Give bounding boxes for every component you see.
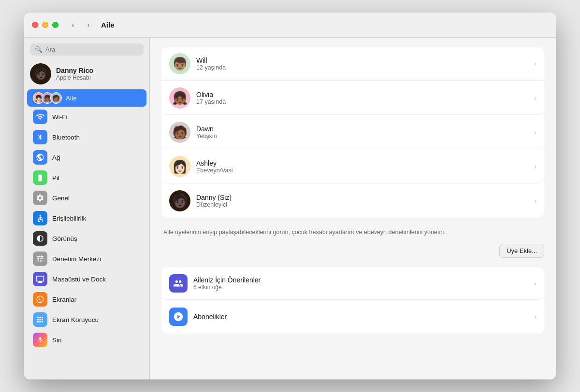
sidebar-item-siri-label: Siri <box>52 336 62 344</box>
add-button-row: Üye Ekle... <box>161 244 544 258</box>
accessibility-icon <box>33 211 47 225</box>
avatar-ashley: 👩🏻 <box>169 156 190 177</box>
sidebar-item-screensaver-label: Ekran Koruyucu <box>52 316 99 323</box>
user-info: Danny Rico Apple Hesabı <box>56 67 93 81</box>
wifi-icon <box>33 110 47 124</box>
sidebar-item-accessibility-label: Erişilebilirlik <box>52 215 87 222</box>
member-name-danny: Danny (Siz) <box>196 194 534 201</box>
feature-card-recommendations[interactable]: Aileniz İçin Önerilenler 6 etkin öğe › <box>161 267 544 300</box>
sidebar-item-bluetooth[interactable]: Bluetooth <box>27 127 146 147</box>
member-name-dawn: Dawn <box>196 125 534 133</box>
nav-buttons: ‹ › <box>66 18 95 32</box>
member-name-olivia: Olivia <box>196 91 534 98</box>
content-area: 🔍 🧑🏿 Danny Rico Apple Hesabı 👧🏻 👧🏾 <box>24 38 556 379</box>
user-profile[interactable]: 🧑🏿 Danny Rico Apple Hesabı <box>24 59 149 89</box>
member-role-ashley: Ebeveyn/Vasi <box>196 167 534 174</box>
displays-icon <box>33 292 47 307</box>
features-group: Aileniz İçin Önerilenler 6 etkin öğe › A… <box>161 267 544 334</box>
search-input[interactable] <box>45 46 139 53</box>
chevron-icon-subscriptions: › <box>534 313 536 321</box>
chevron-icon-danny: › <box>534 197 536 205</box>
sidebar-item-battery-label: Pil <box>52 174 59 182</box>
window-title: Aile <box>101 21 115 29</box>
feature-card-subscriptions[interactable]: Abonelikler › <box>161 301 544 333</box>
general-icon <box>33 191 47 205</box>
chevron-icon-ashley: › <box>534 163 536 170</box>
sidebar-item-network-label: Ağ <box>52 154 60 161</box>
sidebar-item-accessibility[interactable]: Erişilebilirlik <box>27 208 146 228</box>
member-name-will: Will <box>196 56 534 64</box>
sidebar-item-wifi[interactable]: Wi-Fi <box>27 107 146 127</box>
back-button[interactable]: ‹ <box>66 18 80 32</box>
member-name-ashley: Ashley <box>196 159 534 167</box>
sidebar-item-desktop[interactable]: Masaüstü ve Dock <box>27 269 146 289</box>
sidebar: 🔍 🧑🏿 Danny Rico Apple Hesabı 👧🏻 👧🏾 <box>24 38 150 379</box>
main-content: 👦🏽 Will 12 yaşında › 👧🏾 Olivia 17 yaşınd… <box>150 38 556 379</box>
feature-info-recommendations: Aileniz İçin Önerilenler 6 etkin öğe <box>193 276 534 291</box>
main-window: ‹ › Aile 🔍 🧑🏿 Danny Rico Apple Hesabı <box>24 13 556 379</box>
minimize-button[interactable] <box>42 22 48 28</box>
battery-icon <box>33 170 47 185</box>
feature-subtitle-recommendations: 6 etkin öğe <box>193 284 534 291</box>
forward-button[interactable]: › <box>82 18 95 32</box>
control-icon <box>33 252 47 266</box>
screensaver-icon <box>33 312 47 327</box>
member-info-ashley: Ashley Ebeveyn/Vasi <box>196 159 534 174</box>
chevron-icon-olivia: › <box>534 94 536 102</box>
avatar-will: 👦🏽 <box>169 53 190 74</box>
sidebar-item-control[interactable]: Denetim Merkezi <box>27 249 146 269</box>
search-icon: 🔍 <box>35 46 43 53</box>
bluetooth-icon <box>33 130 47 144</box>
avatar-olivia: 👧🏾 <box>169 87 190 109</box>
sidebar-item-bluetooth-label: Bluetooth <box>52 134 80 141</box>
sidebar-item-displays-label: Ekranlar <box>52 296 76 303</box>
member-role-will: 12 yaşında <box>196 64 534 71</box>
subscriptions-icon <box>169 308 188 326</box>
member-card-danny[interactable]: 🧑🏿 Danny (Siz) Düzenleyici › <box>161 184 544 217</box>
sidebar-item-network[interactable]: Ağ <box>27 147 146 168</box>
member-card-ashley[interactable]: 👩🏻 Ashley Ebeveyn/Vasi › <box>161 150 544 183</box>
svg-point-0 <box>40 215 41 216</box>
sidebar-item-appearance[interactable]: Görünüş <box>27 228 146 249</box>
member-card-olivia[interactable]: 👧🏾 Olivia 17 yaşında › <box>161 82 544 115</box>
traffic-lights <box>32 22 58 28</box>
sidebar-item-control-label: Denetim Merkezi <box>52 255 101 263</box>
member-info-will: Will 12 yaşında <box>196 56 534 71</box>
chevron-icon-will: › <box>534 60 536 68</box>
info-text: Aile üyelerinin erişip paylaşabilecekler… <box>161 223 544 244</box>
network-icon <box>33 150 47 165</box>
member-card-will[interactable]: 👦🏽 Will 12 yaşında › <box>161 47 544 81</box>
sidebar-item-wifi-label: Wi-Fi <box>52 113 67 121</box>
sidebar-item-desktop-label: Masaüstü ve Dock <box>52 276 106 283</box>
feature-title-subscriptions: Abonelikler <box>193 313 534 321</box>
user-subtitle: Apple Hesabı <box>56 74 93 81</box>
sidebar-item-aile-label: Aile <box>66 95 77 102</box>
sidebar-item-general[interactable]: Genel <box>27 188 146 208</box>
avatar-danny: 🧑🏿 <box>169 190 190 211</box>
chevron-icon-dawn: › <box>534 128 536 136</box>
member-role-dawn: Yetişkin <box>196 133 534 140</box>
sidebar-item-general-label: Genel <box>52 195 70 202</box>
member-info-dawn: Dawn Yetişkin <box>196 125 534 140</box>
sidebar-item-appearance-label: Görünüş <box>52 235 77 242</box>
feature-title-recommendations: Aileniz İçin Önerilenler <box>193 276 534 284</box>
member-role-danny: Düzenleyici <box>196 201 534 208</box>
close-button[interactable] <box>32 22 38 28</box>
sidebar-item-displays[interactable]: Ekranlar <box>27 289 146 309</box>
recommendations-icon <box>169 274 188 293</box>
titlebar: ‹ › Aile <box>24 13 556 38</box>
feature-info-subscriptions: Abonelikler <box>193 313 534 321</box>
sidebar-item-aile[interactable]: 👧🏻 👧🏾 🧑🏾 Aile <box>27 89 146 107</box>
sidebar-item-battery[interactable]: Pil <box>27 168 146 188</box>
member-info-olivia: Olivia 17 yaşında <box>196 91 534 105</box>
member-card-dawn[interactable]: 🧑🏾 Dawn Yetişkin › <box>161 116 544 149</box>
appearance-icon <box>33 231 47 246</box>
members-group: 👦🏽 Will 12 yaşında › 👧🏾 Olivia 17 yaşınd… <box>161 47 544 217</box>
avatar-dawn: 🧑🏾 <box>169 122 190 143</box>
sidebar-item-screensaver[interactable]: Ekran Koruyucu <box>27 309 146 330</box>
search-bar[interactable]: 🔍 <box>30 43 144 56</box>
maximize-button[interactable] <box>52 22 58 28</box>
sidebar-item-siri[interactable]: Siri <box>27 330 146 350</box>
add-member-button[interactable]: Üye Ekle... <box>499 244 544 258</box>
member-role-olivia: 17 yaşında <box>196 98 534 105</box>
